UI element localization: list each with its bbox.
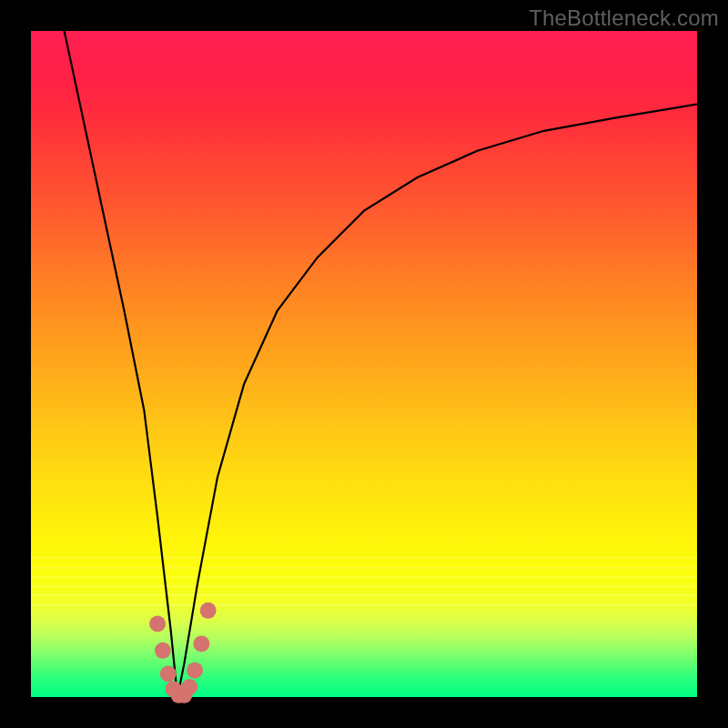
curve-path (65, 31, 697, 697)
bottleneck-curve (31, 31, 697, 697)
highlight-dots (149, 602, 217, 703)
highlight-dot (149, 616, 166, 632)
watermark-label: TheBottleneck.com (529, 5, 719, 31)
highlight-dot (193, 635, 209, 652)
plot-area (31, 31, 697, 697)
highlight-dot (187, 662, 203, 679)
chart-frame: TheBottleneck.com (0, 0, 728, 728)
highlight-dot (160, 665, 177, 682)
highlight-dot (200, 602, 217, 619)
highlight-dot (181, 679, 197, 695)
highlight-dot (155, 642, 171, 659)
